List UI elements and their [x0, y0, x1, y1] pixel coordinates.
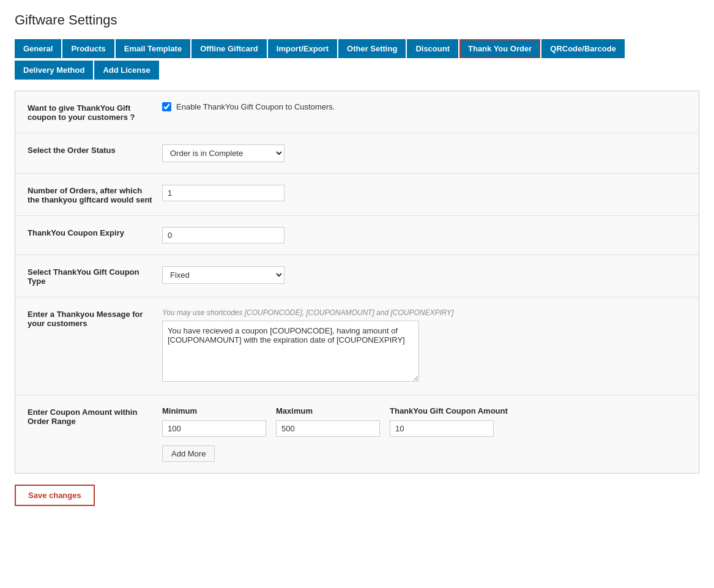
thankyou-message-label: Enter a Thankyou Message for your custom… [28, 308, 162, 328]
settings-content: Want to give ThankYou Gift coupon to you… [15, 91, 699, 474]
coupon-expiry-control [162, 227, 686, 244]
tab-products[interactable]: Products [62, 39, 114, 58]
thankyou-gift-label: Want to give ThankYou Gift coupon to you… [28, 102, 162, 122]
range-amount-header: ThankYou Gift Coupon Amount [390, 406, 508, 415]
order-status-select[interactable]: Order is Complete Order is in Complete O… [162, 144, 284, 162]
tab-delivery-method[interactable]: Delivery Method [15, 61, 93, 80]
order-status-row: Select the Order Status Order is Complet… [15, 133, 699, 174]
save-changes-button[interactable]: Save changes [15, 485, 95, 506]
thankyou-gift-control: Enable ThankYou Gift Coupon to Customers… [162, 102, 686, 111]
range-row-1 [162, 420, 686, 437]
range-headers: Minimum Maximum ThankYou Gift Coupon Amo… [162, 406, 686, 415]
coupon-type-row: Select ThankYou Gift Coupon Type Fixed P… [15, 255, 699, 297]
thankyou-message-textarea[interactable]: You have recieved a coupon [COUPONCODE],… [162, 321, 419, 382]
range-max-input[interactable] [276, 420, 380, 437]
range-amount-input[interactable] [390, 420, 494, 437]
tabs-row1: General Products Email Template Offline … [15, 39, 699, 59]
tab-other-setting[interactable]: Other Setting [338, 39, 406, 58]
thankyou-gift-checkbox-label[interactable]: Enable ThankYou Gift Coupon to Customers… [162, 102, 686, 111]
order-status-label: Select the Order Status [28, 144, 162, 155]
coupon-range-row: Enter Coupon Amount within Order Range M… [15, 395, 699, 473]
add-more-button[interactable]: Add More [162, 445, 215, 462]
shortcode-hint: You may use shortcodes [COUPONCODE], [CO… [162, 308, 686, 317]
coupon-expiry-input[interactable] [162, 227, 284, 244]
tab-qrcode-barcode[interactable]: QRCode/Barcode [541, 39, 625, 58]
coupon-expiry-row: ThankYou Coupon Expiry [15, 216, 699, 255]
coupon-type-select[interactable]: Fixed Percentage [162, 266, 284, 284]
range-min-input[interactable] [162, 420, 266, 437]
num-orders-input[interactable] [162, 185, 284, 201]
tab-general[interactable]: General [15, 39, 61, 58]
coupon-type-label: Select ThankYou Gift Coupon Type [28, 266, 162, 286]
num-orders-label: Number of Orders, after which the thanky… [28, 185, 162, 204]
tab-add-license[interactable]: Add License [94, 61, 158, 80]
thankyou-message-row: Enter a Thankyou Message for your custom… [15, 297, 699, 395]
num-orders-control [162, 185, 686, 201]
coupon-type-control: Fixed Percentage [162, 266, 686, 284]
tab-offline-giftcard[interactable]: Offline Giftcard [192, 39, 267, 58]
page-title: Giftware Settings [15, 12, 699, 28]
coupon-range-label: Enter Coupon Amount within Order Range [28, 406, 162, 426]
thankyou-gift-checkbox-text: Enable ThankYou Gift Coupon to Customers… [176, 102, 335, 111]
tab-import-export[interactable]: Import/Export [268, 39, 337, 58]
tab-thank-you-order[interactable]: Thank You Order [459, 39, 540, 58]
coupon-expiry-label: ThankYou Coupon Expiry [28, 227, 162, 237]
range-max-header: Maximum [276, 406, 380, 415]
tab-discount[interactable]: Discount [407, 39, 458, 58]
range-min-header: Minimum [162, 406, 266, 415]
tabs-row2: Delivery Method Add License [15, 61, 699, 81]
order-status-control: Order is Complete Order is in Complete O… [162, 144, 686, 162]
tab-email-template[interactable]: Email Template [116, 39, 190, 58]
thankyou-gift-row: Want to give ThankYou Gift coupon to you… [15, 91, 699, 133]
thankyou-gift-checkbox[interactable] [162, 102, 171, 111]
thankyou-message-control: You may use shortcodes [COUPONCODE], [CO… [162, 308, 686, 384]
coupon-range-control: Minimum Maximum ThankYou Gift Coupon Amo… [162, 406, 686, 462]
num-orders-row: Number of Orders, after which the thanky… [15, 174, 699, 216]
